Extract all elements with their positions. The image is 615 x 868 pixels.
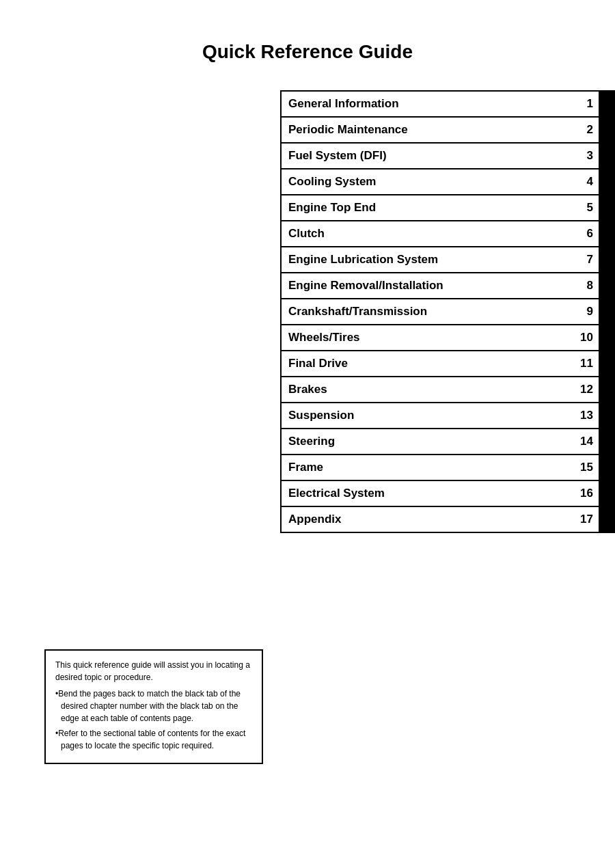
toc-item-label: Final Drive — [282, 351, 571, 376]
toc-item-label: Suspension — [282, 403, 571, 428]
toc-item-tab — [599, 507, 614, 532]
toc-table: General Information1Periodic Maintenance… — [280, 90, 615, 532]
toc-row: Steering14 — [280, 428, 615, 455]
toc-item-label: Brakes — [282, 377, 571, 402]
page-title: Quick Reference Guide — [0, 0, 615, 90]
toc-row: Crankshaft/Transmission9 — [280, 298, 615, 325]
toc-item-number: 4 — [571, 169, 599, 194]
toc-row: Frame15 — [280, 454, 615, 481]
note-intro: This quick reference guide will assist y… — [55, 659, 252, 683]
toc-row: Wheels/Tires10 — [280, 324, 615, 351]
toc-item-label: Cooling System — [282, 169, 571, 194]
toc-item-label: General Information — [282, 92, 571, 116]
toc-item-label: Appendix — [282, 507, 571, 532]
toc-item-number: 10 — [571, 325, 599, 350]
toc-item-tab — [599, 403, 614, 428]
toc-item-tab — [599, 351, 614, 376]
toc-item-label: Wheels/Tires — [282, 325, 571, 350]
note-bullet2: •Refer to the sectional table of content… — [55, 727, 252, 752]
toc-item-label: Periodic Maintenance — [282, 118, 571, 142]
toc-row: Periodic Maintenance2 — [280, 116, 615, 144]
toc-item-tab — [599, 144, 614, 168]
note-box: This quick reference guide will assist y… — [44, 649, 263, 764]
toc-item-number: 1 — [571, 92, 599, 116]
toc-item-number: 15 — [571, 455, 599, 480]
toc-item-tab — [599, 299, 614, 324]
toc-item-tab — [599, 455, 614, 480]
toc-item-tab — [599, 221, 614, 246]
toc-item-number: 9 — [571, 299, 599, 324]
toc-item-label: Steering — [282, 429, 571, 454]
toc-item-tab — [599, 481, 614, 506]
toc-item-label: Frame — [282, 455, 571, 480]
toc-item-number: 16 — [571, 481, 599, 506]
toc-item-number: 11 — [571, 351, 599, 376]
toc-row: Final Drive11 — [280, 350, 615, 377]
toc-item-number: 5 — [571, 195, 599, 220]
toc-item-tab — [599, 169, 614, 194]
toc-item-number: 3 — [571, 144, 599, 168]
toc-item-number: 6 — [571, 221, 599, 246]
toc-item-number: 8 — [571, 273, 599, 298]
toc-row: Electrical System16 — [280, 480, 615, 507]
toc-item-label: Fuel System (DFI) — [282, 144, 571, 168]
toc-item-tab — [599, 377, 614, 402]
toc-item-tab — [599, 118, 614, 142]
toc-item-label: Engine Removal/Installation — [282, 273, 571, 298]
toc-row: Fuel System (DFI)3 — [280, 142, 615, 169]
toc-item-number: 17 — [571, 507, 599, 532]
toc-item-number: 12 — [571, 377, 599, 402]
toc-row: Engine Lubrication System7 — [280, 246, 615, 273]
toc-item-tab — [599, 273, 614, 298]
toc-item-tab — [599, 429, 614, 454]
toc-item-tab — [599, 92, 614, 116]
toc-row: Clutch6 — [280, 220, 615, 247]
toc-row: Engine Top End5 — [280, 194, 615, 221]
toc-row: Brakes12 — [280, 376, 615, 403]
toc-item-tab — [599, 195, 614, 220]
toc-item-number: 14 — [571, 429, 599, 454]
toc-item-number: 7 — [571, 247, 599, 272]
toc-row: General Information1 — [280, 90, 615, 118]
toc-item-label: Electrical System — [282, 481, 571, 506]
toc-row: Suspension13 — [280, 402, 615, 429]
toc-row: Appendix17 — [280, 506, 615, 533]
toc-row: Cooling System4 — [280, 168, 615, 195]
toc-container: General Information1Periodic Maintenance… — [273, 90, 615, 532]
toc-row: Engine Removal/Installation8 — [280, 272, 615, 299]
toc-item-number: 13 — [571, 403, 599, 428]
toc-item-label: Engine Lubrication System — [282, 247, 571, 272]
toc-item-label: Engine Top End — [282, 195, 571, 220]
toc-item-label: Clutch — [282, 221, 571, 246]
note-bullet1: •Bend the pages back to match the black … — [55, 688, 252, 724]
toc-item-tab — [599, 325, 614, 350]
toc-item-tab — [599, 247, 614, 272]
toc-item-label: Crankshaft/Transmission — [282, 299, 571, 324]
toc-item-number: 2 — [571, 118, 599, 142]
